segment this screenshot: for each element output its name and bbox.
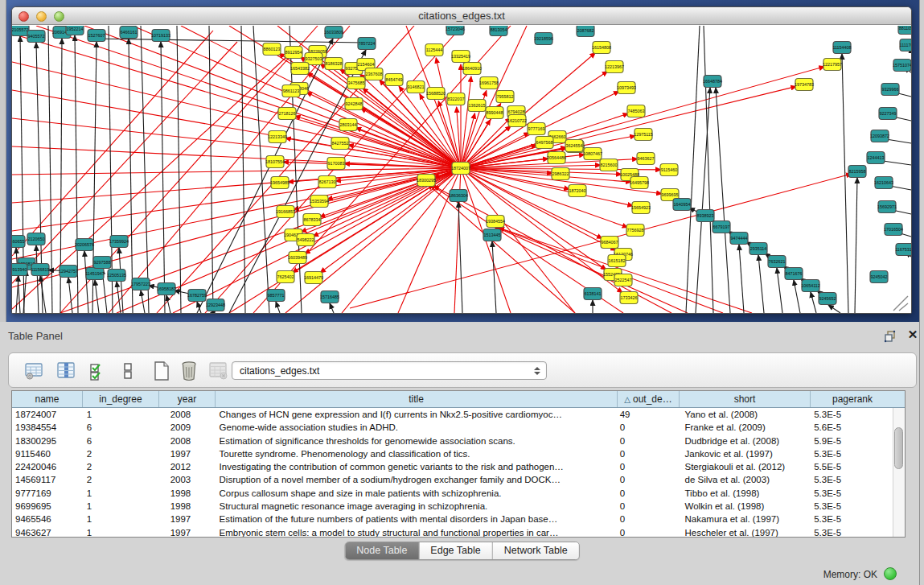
table-cell[interactable]: 1997 (159, 447, 216, 460)
table-cell[interactable]: 5.9E-5 (809, 435, 893, 447)
table-cell[interactable]: 1 (83, 526, 159, 537)
graph-edge-black[interactable] (276, 302, 280, 313)
table-cell[interactable]: Estimation of significance thresholds fo… (216, 435, 617, 447)
table-cell[interactable]: Nakamura et al. (1997) (678, 513, 809, 525)
table-cell[interactable]: 0 (617, 435, 679, 447)
delete-column-icon[interactable] (178, 360, 200, 382)
table-cell[interactable]: Embryonic stem cells: a model to study s… (216, 526, 617, 537)
table-mode-icon[interactable] (23, 360, 46, 382)
graph-edge-black[interactable] (458, 202, 462, 313)
graph-edge-red[interactable] (461, 168, 602, 239)
graph-edge-black[interactable] (828, 305, 840, 313)
table-cell[interactable]: 5.3E-5 (809, 500, 893, 513)
table-cell[interactable]: 6 (83, 421, 159, 434)
table-cell[interactable]: 0 (617, 526, 679, 537)
table-cell[interactable]: 9115460 (12, 447, 83, 460)
table-row[interactable]: 1830029562008Estimation of significance … (12, 435, 893, 447)
table-cell[interactable]: 1997 (159, 526, 216, 537)
table-cell[interactable]: Hescheler et al. (1997) (678, 526, 809, 537)
graph-edge-black[interactable] (117, 282, 121, 313)
float-window-icon[interactable] (883, 329, 897, 344)
graph-edge-black[interactable] (716, 88, 730, 313)
table-row[interactable]: 1456911722003Disruption of a novel membe… (12, 473, 893, 486)
graph-edge-black[interactable] (686, 26, 700, 313)
table-cell[interactable]: 9463627 (12, 526, 83, 537)
table-cell[interactable]: 2 (83, 473, 159, 486)
table-row[interactable]: 969969511998Structural magnetic resonanc… (12, 500, 893, 513)
table-cell[interactable]: 49 (617, 408, 679, 421)
graph-edge-black[interactable] (161, 42, 165, 313)
tab-edge-table[interactable]: Edge Table (419, 542, 492, 559)
table-cell[interactable]: 2012 (159, 460, 216, 473)
delete-table-icon[interactable] (207, 360, 230, 382)
network-window[interactable]: citations_edges.txt 18724007886012389129… (11, 6, 912, 314)
table-row[interactable]: 911546021997Tourette syndrome. Phenomeno… (12, 447, 893, 460)
table-cell[interactable]: 0 (617, 473, 679, 486)
table-cell[interactable]: 1998 (159, 500, 216, 513)
table-row[interactable]: 1872400712008Changes of HCN gene express… (12, 408, 893, 421)
table-cell[interactable]: Changes of HCN gene expression and I(f) … (216, 408, 617, 421)
table-cell[interactable]: 19384554 (12, 421, 83, 434)
column-header-short[interactable]: short (680, 391, 811, 407)
table-cell[interactable]: 0 (617, 447, 679, 460)
close-icon[interactable]: ✕ (906, 328, 920, 344)
table-cell[interactable]: 22420046 (12, 460, 83, 473)
tab-network-table[interactable]: Network Table (493, 542, 579, 559)
table-cell[interactable]: 0 (617, 421, 679, 434)
graph-edge-black[interactable] (842, 54, 848, 313)
column-header-pagerank[interactable]: pagerank (811, 391, 894, 407)
table-row[interactable]: 977716911998Corpus callosum shape and si… (12, 487, 893, 500)
table-cell[interactable]: 2 (83, 460, 159, 473)
window-resize-grip[interactable] (893, 296, 908, 311)
graph-edge-red[interactable] (12, 31, 213, 256)
graph-edge-black[interactable] (855, 178, 857, 313)
table-cell[interactable]: 5.3E-5 (809, 447, 893, 460)
table-cell[interactable]: de Silva et al. (2003) (678, 473, 809, 486)
graph-edge-black[interactable] (253, 26, 269, 313)
graph-edge-black[interactable] (68, 278, 72, 313)
table-cell[interactable]: 18724007 (12, 408, 83, 421)
column-header-in-degree[interactable]: in_degree (83, 391, 159, 407)
table-cell[interactable]: 2003 (159, 473, 216, 486)
table-scrollbar[interactable] (893, 408, 905, 537)
table-scrollbar-thumb[interactable] (894, 427, 903, 469)
table-selector-dropdown[interactable]: citations_edges.txt (232, 361, 547, 380)
table-cell[interactable]: Investigating the contribution of common… (216, 460, 617, 473)
network-view-canvas[interactable]: 1872400788601238912954182260589327503165… (12, 26, 911, 314)
table-cell[interactable]: Disruption of a novel member of a sodium… (216, 473, 617, 486)
graph-edge-red[interactable] (12, 168, 461, 287)
table-cell[interactable]: Corpus callosum shape and size in male p… (216, 487, 617, 500)
table-cell[interactable]: Dudbridge et al. (2008) (678, 435, 809, 447)
graph-edge-black[interactable] (739, 245, 744, 313)
table-row[interactable]: 946554611997Estimation of the future num… (12, 513, 893, 525)
column-header-year[interactable]: year (159, 391, 216, 407)
graph-edge-black[interactable] (696, 88, 710, 313)
table-cell[interactable]: 2 (83, 447, 159, 460)
tab-node-table[interactable]: Node Table (345, 542, 419, 559)
graph-edge-red[interactable] (461, 168, 575, 313)
table-cell[interactable]: 0 (617, 487, 679, 500)
table-cell[interactable]: 14569117 (12, 473, 83, 486)
table-cell[interactable]: 18300295 (12, 435, 83, 447)
table-cell[interactable]: 5.3E-5 (809, 526, 893, 537)
table-cell[interactable]: Jankovic et al. (1997) (678, 447, 809, 460)
table-cell[interactable]: 1 (83, 487, 159, 500)
table-cell[interactable]: 0 (617, 500, 679, 513)
table-cell[interactable]: 9465546 (12, 513, 83, 525)
network-window-titlebar[interactable]: citations_edges.txt (12, 7, 911, 25)
column-header-out-de-[interactable]: △out_de… (618, 391, 680, 407)
table-cell[interactable]: Genome-wide association studies in ADHD. (216, 421, 617, 434)
select-rows-icon[interactable] (86, 360, 109, 382)
graph-edge-black[interactable] (40, 276, 46, 313)
table-cell[interactable]: Wolkin et al. (1998) (678, 500, 809, 513)
row-options-icon[interactable] (117, 360, 139, 382)
graph-edge-black[interactable] (794, 280, 800, 313)
table-cell[interactable]: 6 (83, 435, 159, 447)
graph-edge-black[interactable] (129, 39, 133, 313)
table-row[interactable]: 2242004622012Investigating the contribut… (12, 460, 893, 473)
table-cell[interactable]: 5.3E-5 (809, 487, 893, 500)
show-columns-icon[interactable] (55, 360, 78, 382)
table-cell[interactable]: 1997 (159, 513, 216, 525)
network-graph[interactable]: 1872400788601238912954182260589327503165… (12, 26, 911, 314)
graph-edge-red[interactable] (12, 146, 461, 168)
